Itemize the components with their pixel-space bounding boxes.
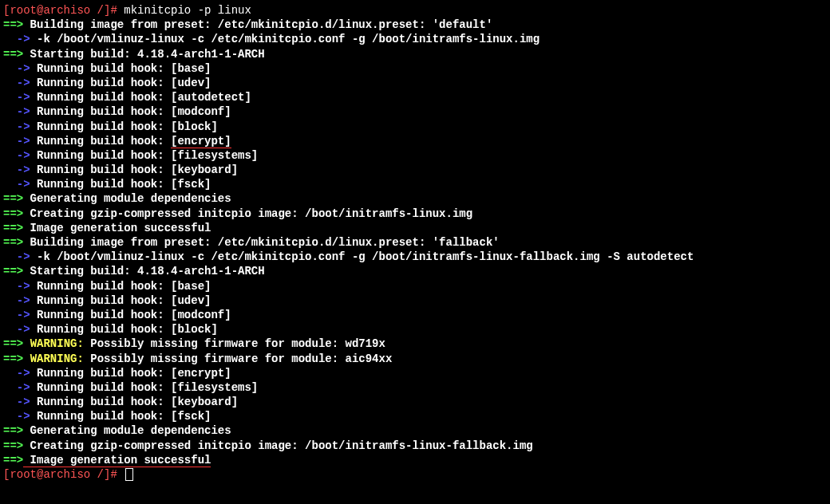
output-line: -> Running build hook: [fsck] [3,409,827,423]
output-line: ==> Building image from preset: /etc/mki… [3,18,827,32]
output-line: -> Running build hook: [base] [3,61,827,76]
prompt-line[interactable]: [root@archiso /]# [3,467,827,482]
output-line: ==> Image generation successful [3,221,827,235]
output-line: -> Running build hook: [encrypt] [3,134,827,148]
output-line: -> Running build hook: [udev] [3,76,827,90]
output-line: -> Running build hook: [autodetect] [3,90,827,104]
output-line: ==> Starting build: 4.18.4-arch1-1-ARCH [3,47,827,61]
output-line: -> Running build hook: [block] [3,120,827,134]
output-line: ==> Image generation successful [3,453,827,467]
output-line: ==> Creating gzip-compressed initcpio im… [3,439,827,453]
warning-line: ==> WARNING: Possibly missing firmware f… [3,352,827,366]
output-line: ==> Generating module dependencies [3,423,827,438]
output-line: -> Running build hook: [encrypt] [3,366,827,380]
output-line: ==> Generating module dependencies [3,191,827,206]
output-line: -> Running build hook: [modconf] [3,104,827,119]
output-line: -> Running build hook: [base] [3,279,827,293]
output-line: -> Running build hook: [filesystems] [3,380,827,395]
output-line: -> Running build hook: [block] [3,322,827,337]
output-line: -> Running build hook: [fsck] [3,177,827,191]
output-line: -> Running build hook: [udev] [3,293,827,308]
warning-line: ==> WARNING: Possibly missing firmware f… [3,337,827,351]
output-line: ==> Creating gzip-compressed initcpio im… [3,207,827,221]
output-line: -> Running build hook: [keyboard] [3,163,827,177]
output-line: ==> Starting build: 4.18.4-arch1-1-ARCH [3,264,827,278]
output-line: -> Running build hook: [filesystems] [3,148,827,163]
output-line: -> Running build hook: [keyboard] [3,395,827,409]
terminal-output: [root@archiso /]# mkinitcpio -p linux ==… [3,3,827,482]
cursor-icon [125,468,133,481]
prompt-line[interactable]: [root@archiso /]# mkinitcpio -p linux [3,3,827,18]
output-line: -> -k /boot/vmlinuz-linux -c /etc/mkinit… [3,32,827,46]
output-line: -> Running build hook: [modconf] [3,308,827,322]
output-line: -> -k /boot/vmlinuz-linux -c /etc/mkinit… [3,250,827,264]
output-line: ==> Building image from preset: /etc/mki… [3,235,827,250]
